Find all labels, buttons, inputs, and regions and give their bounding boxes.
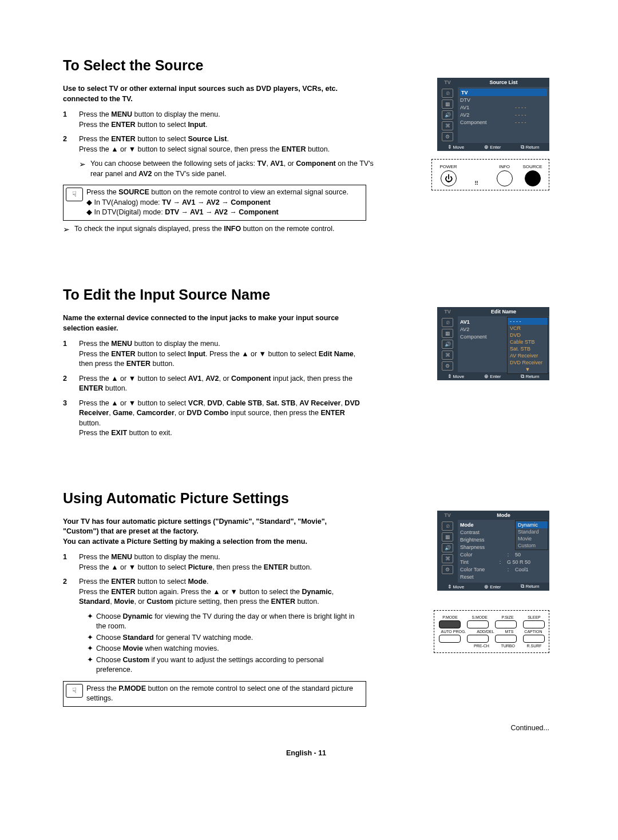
intro-text: Name the external device connected to th… [63,313,360,333]
osd-source-list: TV Source List ⎚ ▦ 🔊 ⌘ ⚙ TV DTV AV1- - -… [437,78,549,151]
osd-edit-name: TV Edit Name ⎚ ▦ 🔊 ⌘ ⚙ AV1: AV2: Compone… [437,307,549,380]
remote-tip-box: ☟ Press the P.MODE button on the remote … [63,681,366,707]
channel-icon: ⌘ [442,121,453,130]
sound-icon: 🔊 [442,110,453,120]
osd-icon-column: ⎚ ▦ 🔊 ⌘ ⚙ [437,87,458,143]
osd-mode: TV Mode ⎚ ▦ 🔊 ⌘ ⚙ Mode: Contrast: Bright… [437,511,549,591]
arrow-icon: ➢ [79,159,86,170]
power-icon: ⏻ [441,170,457,186]
sound-icon: 🔊 [442,543,453,552]
picture-icon: ▦ [442,99,453,109]
setup-icon: ⚙ [442,565,453,574]
input-icon: ⎚ [442,318,453,327]
mode-descriptions: ✦Choose Dynamic for viewing the TV durin… [87,612,362,675]
sound-icon: 🔊 [442,340,453,349]
osd-list: TV DTV AV1- - - - AV2- - - - Component- … [458,87,549,143]
section-edit-name: To Edit the Input Source Name Name the e… [63,286,549,439]
step-1-text: Press the MENU button to display the men… [79,110,360,130]
section-select-source: To Select the Source Use to select TV or… [63,57,549,235]
input-icon: ⎚ [442,521,453,531]
intro-text: Use to select TV or other external input… [63,84,360,104]
intro-text: Your TV has four automatic picture setti… [63,517,360,547]
setup-icon: ⚙ [442,361,453,371]
remote-tip-box: ☟ Press the SOURCE button on the remote … [63,185,366,221]
note-jacks: ➢ You can choose between the following s… [79,159,377,179]
channel-icon: ⌘ [442,351,453,360]
heading-select-source: To Select the Source [63,57,549,74]
note-info: ➢ To check the input signals displayed, … [63,224,360,236]
arrow-icon: ➢ [63,224,70,236]
step-1: 1 Press the MENU button to display the m… [63,110,360,130]
info-icon [497,170,513,186]
input-icon: ⎚ [442,89,453,98]
step-2: 2 Press the ENTER button to select Sourc… [63,134,360,154]
osd-submenu-names: - - - - VCR DVD Cable STB Sat. STB AV Re… [507,317,548,374]
step-2-text: Press the ENTER button to select Source … [79,134,360,154]
osd-submenu-modes: Dynamic Standard Movie Custom [515,520,548,550]
remote-illustration-power: POWER⏻ ⠿ INFO SOURCE [431,159,549,190]
channel-icon: ⌘ [442,554,453,563]
picture-icon: ▦ [442,329,453,338]
remote-illustration-pmode: P.MODE S.MODE P.SIZE SLEEP AUTO PROG. AD… [434,610,549,653]
heading-auto-picture: Using Automatic Picture Settings [63,490,549,507]
remote-hand-icon: ☟ [66,188,83,201]
page-footer: English - 11 [63,749,549,757]
heading-edit-name: To Edit the Input Source Name [63,286,549,303]
setup-icon: ⚙ [442,132,453,141]
section-auto-picture: Using Automatic Picture Settings Your TV… [63,490,549,707]
continued-text: Continued... [63,724,549,732]
remote-hand-icon: ☟ [66,684,83,698]
pmode-button-icon [439,620,461,628]
picture-icon: ▦ [442,532,453,542]
source-icon [525,170,541,186]
